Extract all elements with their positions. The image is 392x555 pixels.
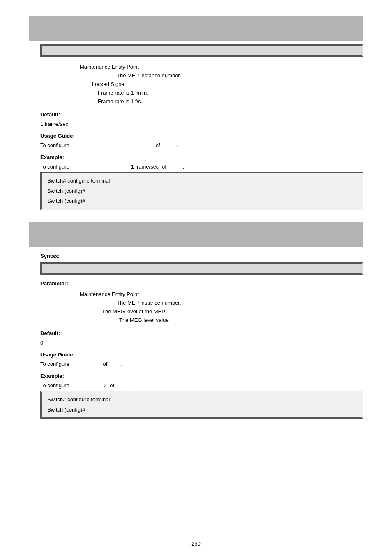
usage-mid-2: of xyxy=(103,361,107,367)
ex-end-2: . xyxy=(131,382,132,388)
def-level-2: The MEG level of the MEP xyxy=(80,307,181,316)
def-mep-2: Maintenance Entity Point xyxy=(80,290,181,298)
ex-mid-1: 1 frame/sec xyxy=(131,164,159,170)
ex-pre-1: To configure xyxy=(40,164,69,170)
usage-pre-1: To configure xyxy=(40,142,69,148)
example-box-2: Switch# configure terminal Switch (confi… xyxy=(40,391,363,419)
default-heading-1: Default: xyxy=(40,111,363,118)
ex-end-1: . xyxy=(182,164,184,170)
ex-of-2: of xyxy=(110,382,114,388)
ex-line2-1: Switch (config)# xyxy=(47,186,356,197)
ex-line3-1: Switch (config)# xyxy=(47,196,356,206)
ex-of-1: of xyxy=(162,164,166,170)
def-mep: Maintenance Entity Point xyxy=(80,62,181,71)
ex-val-2: 2 xyxy=(104,382,106,388)
usage-heading-1: Usage Guide: xyxy=(40,133,363,139)
default-value-2: 0 xyxy=(40,340,363,346)
def-1s: Frame rate is 1 f/s. xyxy=(80,97,181,106)
usage-heading-2: Usage Guide: xyxy=(40,352,363,358)
ex-line1-2: Switch# configure terminal xyxy=(47,395,356,405)
def-1m: Frame rate is 1 f/min. xyxy=(80,88,181,97)
def-instance: The MEP instance number. xyxy=(80,71,181,80)
syntax-box-2 xyxy=(40,262,363,275)
definition-table-2: Maintenance Entity Point The MEP instanc… xyxy=(40,290,181,324)
usage-pre-2: To configure xyxy=(40,361,69,367)
def-07-2: The MEG level value xyxy=(80,316,181,324)
definition-table-1: Maintenance Entity Point The MEP instanc… xyxy=(40,62,181,106)
usage-end-1: . xyxy=(176,142,178,148)
def-instance-2: The MEP instance number. xyxy=(80,298,181,307)
section-header-2 xyxy=(29,222,363,247)
default-heading-2: Default: xyxy=(40,330,363,336)
syntax-heading-2: Syntax: xyxy=(40,253,363,259)
example-box-1: Switch# configure terminal Switch (confi… xyxy=(40,172,363,210)
page-number: -250- xyxy=(0,541,392,547)
syntax-box-1 xyxy=(40,44,363,57)
usage-end-2: . xyxy=(120,361,122,367)
ex-pre-2: To configure xyxy=(40,382,69,388)
example-heading-2: Example: xyxy=(40,373,363,379)
def-lck: Locked Signal xyxy=(80,80,181,88)
parameter-heading-2: Parameter: xyxy=(40,280,363,287)
default-value-1: 1 frame/sec xyxy=(40,121,363,127)
section-header-1 xyxy=(29,16,363,41)
usage-mid-1: of xyxy=(156,142,160,148)
ex-line2-2: Switch (config)# xyxy=(47,405,356,415)
ex-line1-1: Switch# configure terminal xyxy=(47,176,356,186)
example-heading-1: Example: xyxy=(40,154,363,160)
